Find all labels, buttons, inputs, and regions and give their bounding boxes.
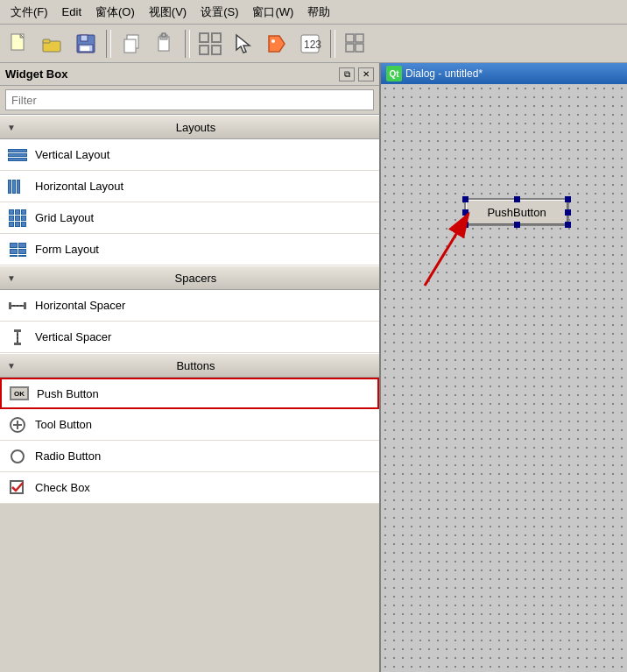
- form-layout-icon: [7, 239, 28, 260]
- svg-rect-12: [162, 33, 166, 37]
- svg-rect-25: [356, 44, 363, 52]
- radio-button-label: Radio Button: [35, 449, 101, 463]
- svg-rect-5: [81, 35, 88, 41]
- category-layouts[interactable]: ▼ Layouts: [0, 115, 379, 139]
- menu-edit[interactable]: Edit: [55, 3, 88, 21]
- copy-button[interactable]: [116, 28, 147, 60]
- new-button[interactable]: [4, 28, 35, 60]
- svg-rect-14: [212, 33, 221, 42]
- horizontal-layout-label: Horizontal Layout: [35, 180, 123, 193]
- toolbar: 123: [0, 25, 627, 63]
- menu-help[interactable]: 帮助: [300, 2, 337, 23]
- menu-windows[interactable]: 窗口(W): [245, 2, 300, 23]
- svg-rect-27: [9, 302, 11, 309]
- save-button[interactable]: [70, 28, 102, 60]
- handle-tr[interactable]: [565, 196, 571, 202]
- layouts-label: Layouts: [19, 121, 372, 134]
- list-item[interactable]: Horizontal Spacer: [0, 290, 379, 322]
- list-item-push-button[interactable]: OK Push Button: [0, 378, 379, 409]
- menu-file[interactable]: 文件(F): [4, 2, 55, 23]
- pointer-button[interactable]: [228, 28, 259, 60]
- number-button[interactable]: 123: [294, 28, 326, 60]
- list-item[interactable]: Check Box: [0, 472, 379, 504]
- widget-list-scroll[interactable]: ▼ Layouts Vertical Layout: [0, 115, 379, 672]
- handle-bl[interactable]: [462, 222, 468, 228]
- handle-tm[interactable]: [514, 196, 520, 202]
- widget-box-titlebar: Widget Box ⧉ ✕: [0, 63, 379, 86]
- list-item[interactable]: Form Layout: [0, 234, 379, 265]
- dialog-canvas[interactable]: PushButton: [381, 84, 627, 672]
- svg-point-19: [271, 39, 275, 43]
- vertical-spacer-icon: [7, 327, 28, 348]
- svg-rect-22: [346, 34, 354, 42]
- dialog-title: Dialog - untitled*: [405, 67, 483, 80]
- svg-rect-9: [124, 39, 136, 53]
- svg-rect-28: [24, 302, 26, 309]
- grid-layout-label: Grid Layout: [35, 211, 94, 224]
- arrow-overlay: [381, 84, 627, 672]
- adjust-button[interactable]: [194, 28, 226, 60]
- layout-grid-button[interactable]: [340, 28, 371, 60]
- spacers-chevron: ▼: [7, 273, 16, 283]
- vertical-spacer-label: Vertical Spacer: [35, 330, 111, 343]
- toolbar-separator-1: [106, 30, 111, 58]
- vertical-layout-icon: [7, 145, 28, 166]
- menu-view[interactable]: 视图(V): [142, 2, 194, 23]
- layouts-chevron: ▼: [7, 123, 16, 132]
- menu-window[interactable]: 窗体(O): [88, 2, 142, 23]
- handle-br[interactable]: [565, 222, 571, 228]
- main-area: Widget Box ⧉ ✕ ▼ Layouts: [0, 63, 627, 672]
- spacers-label: Spacers: [19, 272, 372, 285]
- tool-button-label: Tool Button: [35, 418, 92, 431]
- widget-box-float-button[interactable]: ⧉: [339, 67, 355, 81]
- menubar: 文件(F) Edit 窗体(O) 视图(V) 设置(S) 窗口(W) 帮助: [0, 0, 627, 25]
- svg-rect-31: [14, 329, 21, 332]
- paste-button[interactable]: [149, 28, 180, 60]
- category-buttons[interactable]: ▼ Buttons: [0, 353, 379, 378]
- list-item[interactable]: Vertical Layout: [0, 139, 379, 171]
- menu-settings[interactable]: 设置(S): [194, 2, 245, 23]
- list-item[interactable]: Horizontal Layout: [0, 171, 379, 202]
- check-box-label: Check Box: [35, 481, 90, 494]
- filter-input[interactable]: [5, 89, 374, 110]
- push-button-label: Push Button: [37, 387, 99, 400]
- form-layout-label: Form Layout: [35, 243, 99, 256]
- category-spacers[interactable]: ▼ Spacers: [0, 265, 379, 290]
- handle-ml[interactable]: [462, 209, 468, 216]
- filter-box: [0, 86, 379, 115]
- svg-rect-7: [81, 46, 89, 51]
- list-item[interactable]: Grid Layout: [0, 202, 379, 234]
- tool-button-icon: [7, 414, 28, 435]
- list-item[interactable]: Vertical Spacer: [0, 322, 379, 353]
- toolbar-separator-2: [185, 30, 190, 58]
- handle-bm[interactable]: [514, 222, 520, 228]
- radio-button-icon: [7, 446, 28, 467]
- horizontal-layout-icon: [7, 176, 28, 197]
- horizontal-spacer-label: Horizontal Spacer: [35, 299, 125, 312]
- svg-rect-13: [200, 33, 208, 42]
- list-item[interactable]: Tool Button: [0, 409, 379, 441]
- buttons-chevron: ▼: [7, 361, 16, 371]
- check-box-icon: [7, 477, 28, 499]
- open-button[interactable]: [37, 28, 68, 60]
- widget-box-title: Widget Box: [5, 67, 335, 81]
- svg-marker-18: [269, 36, 285, 52]
- buttons-label: Buttons: [19, 359, 372, 372]
- widget-box-close-button[interactable]: ✕: [358, 67, 374, 81]
- toolbar-separator-3: [330, 30, 335, 58]
- svg-rect-24: [346, 44, 354, 52]
- canvas-pushbutton[interactable]: PushButton: [464, 198, 569, 226]
- vertical-layout-label: Vertical Layout: [35, 148, 109, 161]
- widget-box-panel: Widget Box ⧉ ✕ ▼ Layouts: [0, 63, 381, 672]
- svg-marker-17: [236, 35, 250, 53]
- grid-layout-icon: [7, 208, 28, 229]
- svg-rect-16: [212, 46, 221, 54]
- horizontal-spacer-icon: [7, 295, 28, 316]
- handle-tl[interactable]: [462, 196, 468, 202]
- handle-mr[interactable]: [565, 209, 571, 216]
- tag-button[interactable]: [261, 28, 292, 60]
- push-button-icon: OK: [9, 383, 30, 404]
- dialog-titlebar: Qt Dialog - untitled*: [381, 63, 627, 84]
- svg-rect-32: [14, 343, 21, 345]
- list-item[interactable]: Radio Button: [0, 441, 379, 472]
